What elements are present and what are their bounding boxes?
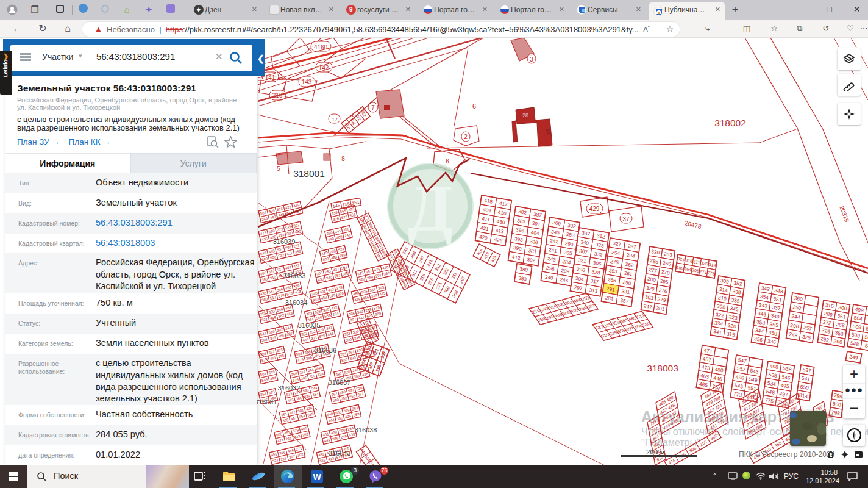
svg-text:525: 525 bbox=[319, 334, 326, 339]
svg-text:404: 404 bbox=[530, 229, 539, 236]
svg-text:386: 386 bbox=[332, 436, 340, 441]
svg-text:268: 268 bbox=[836, 321, 845, 328]
svg-text:318: 318 bbox=[307, 412, 315, 417]
svg-text:383: 383 bbox=[357, 271, 365, 276]
svg-text:28: 28 bbox=[522, 112, 528, 118]
svg-text:546: 546 bbox=[781, 373, 791, 381]
svg-text:386: 386 bbox=[529, 238, 538, 245]
svg-text:504: 504 bbox=[853, 315, 863, 322]
svg-text:308: 308 bbox=[282, 418, 290, 423]
svg-text:397: 397 bbox=[289, 454, 296, 459]
svg-text:506: 506 bbox=[866, 325, 868, 332]
svg-text:286: 286 bbox=[305, 356, 313, 361]
svg-text:333: 333 bbox=[344, 331, 351, 336]
svg-text:383: 383 bbox=[354, 374, 361, 379]
svg-text:423: 423 bbox=[285, 205, 292, 210]
svg-text:255: 255 bbox=[375, 364, 382, 372]
svg-text:501: 501 bbox=[297, 408, 305, 413]
svg-text:280: 280 bbox=[647, 276, 656, 283]
svg-text:799: 799 bbox=[833, 392, 843, 400]
svg-text:316038: 316038 bbox=[355, 426, 377, 434]
svg-text:346: 346 bbox=[757, 310, 767, 317]
svg-text:411: 411 bbox=[286, 251, 293, 256]
svg-text:549: 549 bbox=[749, 376, 758, 383]
svg-text:318002: 318002 bbox=[714, 118, 746, 128]
svg-text:249: 249 bbox=[277, 307, 284, 312]
svg-text:424: 424 bbox=[476, 248, 483, 256]
svg-text:532: 532 bbox=[278, 253, 285, 258]
svg-text:254: 254 bbox=[299, 414, 306, 419]
svg-text:366: 366 bbox=[277, 287, 284, 292]
svg-text:310: 310 bbox=[269, 275, 277, 280]
svg-text:340: 340 bbox=[326, 275, 333, 280]
svg-text:297: 297 bbox=[574, 284, 583, 292]
svg-text:316035: 316035 bbox=[298, 321, 321, 329]
svg-text:316037: 316037 bbox=[329, 379, 351, 386]
svg-text:395: 395 bbox=[516, 226, 525, 234]
svg-text:485: 485 bbox=[321, 251, 329, 256]
svg-text:284: 284 bbox=[340, 351, 347, 356]
svg-text:243: 243 bbox=[547, 256, 556, 263]
svg-text:552: 552 bbox=[736, 365, 746, 373]
svg-text:471: 471 bbox=[703, 347, 713, 354]
svg-text:351: 351 bbox=[773, 295, 783, 303]
svg-text:54: 54 bbox=[864, 342, 868, 350]
svg-text:318: 318 bbox=[685, 257, 693, 264]
svg-text:501: 501 bbox=[260, 371, 267, 376]
svg-text:479: 479 bbox=[293, 203, 301, 208]
svg-text:302: 302 bbox=[297, 453, 304, 458]
svg-text:497: 497 bbox=[779, 390, 789, 398]
svg-text:814: 814 bbox=[799, 392, 808, 399]
svg-text:388: 388 bbox=[519, 265, 528, 273]
svg-text:473: 473 bbox=[701, 364, 711, 371]
svg-text:290: 290 bbox=[332, 398, 340, 403]
svg-text:249: 249 bbox=[354, 336, 361, 340]
svg-text:259: 259 bbox=[309, 374, 316, 379]
svg-text:444: 444 bbox=[302, 337, 310, 342]
svg-text:297: 297 bbox=[458, 275, 466, 284]
svg-text:435: 435 bbox=[261, 237, 269, 242]
svg-text:520: 520 bbox=[358, 277, 366, 282]
svg-text:7: 7 bbox=[371, 104, 375, 111]
svg-text:316034: 316034 bbox=[285, 299, 308, 306]
svg-text:413: 413 bbox=[495, 227, 504, 234]
svg-text:307: 307 bbox=[579, 248, 588, 255]
svg-text:276: 276 bbox=[658, 287, 667, 294]
svg-text:353: 353 bbox=[268, 390, 276, 395]
svg-text:358: 358 bbox=[451, 289, 459, 298]
svg-text:500: 500 bbox=[339, 428, 346, 433]
svg-text:350: 350 bbox=[768, 329, 778, 337]
svg-text:398: 398 bbox=[261, 277, 269, 282]
svg-text:430: 430 bbox=[496, 218, 505, 225]
svg-text:315: 315 bbox=[331, 210, 338, 215]
svg-text:555: 555 bbox=[340, 209, 347, 214]
svg-text:263: 263 bbox=[663, 251, 672, 258]
svg-text:411: 411 bbox=[482, 215, 491, 223]
svg-text:24: 24 bbox=[544, 128, 552, 135]
svg-text:356: 356 bbox=[754, 336, 764, 343]
svg-text:560: 560 bbox=[341, 357, 349, 362]
svg-text:Д: Д bbox=[408, 172, 453, 245]
svg-text:242: 242 bbox=[550, 237, 559, 245]
svg-text:290: 290 bbox=[564, 240, 574, 247]
svg-text:379: 379 bbox=[293, 428, 300, 433]
svg-text:429: 429 bbox=[589, 206, 600, 212]
svg-text:321: 321 bbox=[311, 336, 318, 340]
svg-text:355: 355 bbox=[336, 416, 344, 421]
svg-text:434: 434 bbox=[317, 372, 324, 377]
svg-text:246: 246 bbox=[401, 246, 409, 256]
svg-text:348: 348 bbox=[774, 287, 784, 295]
svg-text:306: 306 bbox=[316, 271, 324, 276]
svg-text:550: 550 bbox=[800, 383, 809, 390]
svg-text:359: 359 bbox=[834, 329, 844, 337]
svg-text:542: 542 bbox=[260, 251, 267, 256]
svg-text:443: 443 bbox=[313, 297, 320, 302]
svg-text:269: 269 bbox=[367, 275, 374, 280]
svg-text:281: 281 bbox=[334, 273, 341, 278]
svg-text:318001: 318001 bbox=[293, 168, 325, 179]
svg-text:249: 249 bbox=[849, 353, 859, 361]
svg-text:319: 319 bbox=[708, 262, 716, 268]
svg-text:537: 537 bbox=[347, 388, 355, 393]
svg-text:376: 376 bbox=[292, 378, 299, 382]
svg-text:473: 473 bbox=[260, 231, 267, 235]
